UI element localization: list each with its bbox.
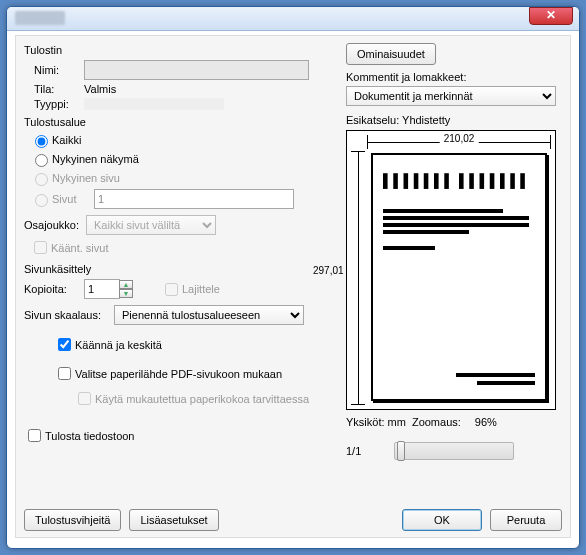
range-section-label: Tulostusalue <box>24 116 334 128</box>
comments-label: Kommentit ja lomakkeet: <box>346 71 466 83</box>
range-pages-radio <box>35 194 48 207</box>
custom-paper-check <box>78 392 91 405</box>
cancel-button[interactable]: Peruuta <box>490 509 562 531</box>
close-button[interactable]: ✕ <box>529 7 573 25</box>
copies-input[interactable] <box>84 279 120 299</box>
subset-select: Kaikki sivut väliltä <box>86 215 216 235</box>
print-to-file-label: Tulosta tiedostoon <box>45 430 134 442</box>
handling-section-label: Sivunkäsittely <box>24 263 334 275</box>
range-current-view-radio[interactable] <box>35 154 48 167</box>
collate-check <box>165 283 178 296</box>
advanced-button[interactable]: Lisäasetukset <box>129 509 218 531</box>
preview-label: Esikatselu: Yhdistetty <box>346 114 450 126</box>
copies-label: Kopioita: <box>24 283 84 295</box>
print-to-file-check[interactable] <box>28 429 41 442</box>
comments-select[interactable]: Dokumentit ja merkinnät <box>346 86 556 106</box>
properties-button[interactable]: Ominaisuudet <box>346 43 436 65</box>
ok-button[interactable]: OK <box>402 509 482 531</box>
range-all-radio[interactable] <box>35 135 48 148</box>
zoom-label: Zoomaus: <box>412 416 461 428</box>
titlebar: ✕ <box>7 7 579 31</box>
scaling-label: Sivun skaalaus: <box>24 309 114 321</box>
printer-name-label: Nimi: <box>24 64 84 76</box>
reverse-pages-label: Käänt. sivut <box>51 242 108 254</box>
scaling-select[interactable]: Pienennä tulostusalueeseen <box>114 305 304 325</box>
range-current-view-label: Nykyinen näkymä <box>52 153 139 165</box>
page-indicator: 1/1 <box>346 445 394 457</box>
range-pages-label: Sivut <box>52 193 94 205</box>
preview-page: ▌▌▌▌▌▌▌ ▌▌▌▌▌▌▌ <box>371 153 547 401</box>
range-pages-input <box>94 189 294 209</box>
copies-spinner[interactable]: ▲▼ <box>84 279 133 299</box>
print-dialog: ✕ Tulostin Nimi: Tila: Valmis Tyyppi: Tu… <box>6 6 580 549</box>
printer-name-select[interactable] <box>84 60 309 80</box>
dialog-body: Tulostin Nimi: Tila: Valmis Tyyppi: Tulo… <box>15 35 571 538</box>
paper-source-label: Valitse paperilähde PDF-sivukoon mukaan <box>75 368 282 380</box>
paper-source-check[interactable] <box>58 367 71 380</box>
title-text <box>15 11 65 25</box>
units-value: mm <box>388 416 406 428</box>
preview-width-value: 210,02 <box>440 133 479 144</box>
range-current-page-label: Nykyinen sivu <box>52 172 120 184</box>
printer-type-label: Tyyppi: <box>24 98 84 110</box>
copies-up-icon[interactable]: ▲ <box>119 280 133 289</box>
page-slider[interactable] <box>394 442 514 460</box>
printer-section-label: Tulostin <box>24 44 334 56</box>
collate-label: Lajittele <box>182 283 220 295</box>
preview-height-value: 297,01 <box>313 265 344 276</box>
range-current-page-radio <box>35 173 48 186</box>
printer-status-label: Tila: <box>24 83 84 95</box>
printer-status-value: Valmis <box>84 83 116 95</box>
subset-label: Osajoukko: <box>24 219 86 231</box>
print-tips-button[interactable]: Tulostusvihjeitä <box>24 509 121 531</box>
range-all-label: Kaikki <box>52 134 81 146</box>
printer-type-value <box>84 98 224 110</box>
preview-pane: 210,02 297,01 ▌▌▌▌▌▌▌ ▌▌▌▌▌▌▌ <box>346 130 556 410</box>
custom-paper-label: Käytä mukautettua paperikokoa tarvittaes… <box>95 393 309 405</box>
slider-thumb[interactable] <box>397 441 405 461</box>
copies-down-icon[interactable]: ▼ <box>119 289 133 298</box>
rotate-center-label: Käännä ja keskitä <box>75 339 162 351</box>
rotate-center-check[interactable] <box>58 338 71 351</box>
reverse-pages-check <box>34 241 47 254</box>
zoom-value: 96% <box>475 416 497 428</box>
units-label: Yksiköt: <box>346 416 385 428</box>
